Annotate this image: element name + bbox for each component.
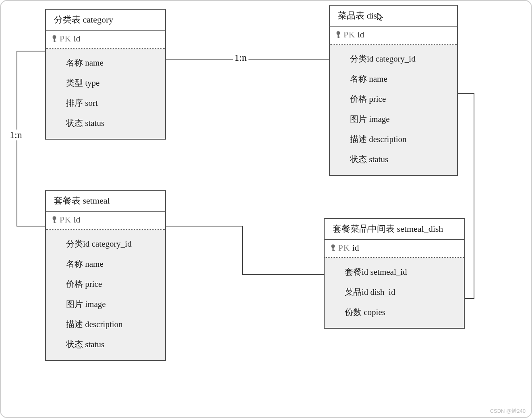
field-item: 份数 copies [345, 302, 457, 322]
er-diagram-canvas: 1:n 1:n 分类表 category PK id 名称 name 类型 ty… [0, 0, 532, 418]
field-item: 套餐id setmeal_id [345, 262, 457, 282]
field-item: 图片 image [66, 294, 159, 314]
field-item: 菜品id dish_id [345, 282, 457, 302]
key-icon [52, 216, 57, 224]
field-item: 图片 image [350, 109, 451, 129]
field-item: 状态 status [66, 113, 159, 133]
pk-label: PK [60, 215, 71, 225]
entity-setmeal: 套餐表 setmeal PK id 分类id category_id 名称 na… [45, 190, 166, 361]
field-item: 名称 name [66, 254, 159, 274]
key-icon [330, 244, 336, 252]
svg-rect-2 [54, 41, 56, 41]
field-item: 分类id category_id [350, 49, 451, 69]
cursor-icon [377, 13, 383, 22]
entity-dish: 菜品表 dish PK id 分类id category_id 名称 name … [329, 5, 458, 176]
field-item: 描述 description [66, 314, 159, 334]
svg-rect-11 [333, 250, 335, 251]
field-item: 类型 type [66, 73, 159, 93]
primary-key-row: PK id [46, 212, 165, 230]
field-item: 排序 sort [66, 93, 159, 113]
svg-rect-8 [54, 222, 56, 222]
pk-label: PK [60, 34, 71, 44]
primary-key-row: PK id [330, 27, 457, 45]
primary-key-row: PK id [325, 240, 464, 258]
pk-field: id [74, 215, 80, 225]
field-list: 分类id category_id 名称 name 价格 price 图片 ima… [330, 45, 457, 175]
key-icon [335, 31, 341, 39]
field-item: 状态 status [66, 334, 159, 354]
relation-label-category-setmeal: 1:n [8, 130, 24, 140]
primary-key-row: PK id [46, 31, 165, 49]
field-item: 价格 price [66, 274, 159, 294]
field-list: 分类id category_id 名称 name 价格 price 图片 ima… [46, 230, 165, 360]
key-icon [52, 35, 57, 43]
entity-title: 分类表 category [46, 10, 165, 31]
entity-title: 菜品表 dish [330, 6, 457, 27]
field-item: 状态 status [350, 149, 451, 169]
field-item: 分类id category_id [66, 234, 159, 254]
field-item: 名称 name [66, 53, 159, 73]
field-item: 名称 name [350, 69, 451, 89]
field-item: 价格 price [350, 89, 451, 109]
entity-title: 套餐表 setmeal [46, 191, 165, 212]
pk-label: PK [344, 30, 355, 40]
svg-rect-5 [338, 37, 340, 37]
pk-field: id [352, 243, 359, 253]
relation-label-category-dish: 1:n [233, 52, 248, 63]
entity-setmeal-dish: 套餐菜品中间表 setmeal_dish PK id 套餐id setmeal_… [324, 218, 465, 329]
pk-label: PK [338, 243, 350, 253]
pk-field: id [74, 34, 80, 44]
watermark-text: CSDN @烯240 [490, 408, 526, 415]
entity-category: 分类表 category PK id 名称 name 类型 type 排序 so… [45, 9, 166, 140]
entity-title: 套餐菜品中间表 setmeal_dish [325, 219, 464, 240]
pk-field: id [358, 30, 364, 40]
field-list: 名称 name 类型 type 排序 sort 状态 status [46, 49, 165, 139]
field-list: 套餐id setmeal_id 菜品id dish_id 份数 copies [325, 258, 464, 328]
field-item: 描述 description [350, 129, 451, 149]
